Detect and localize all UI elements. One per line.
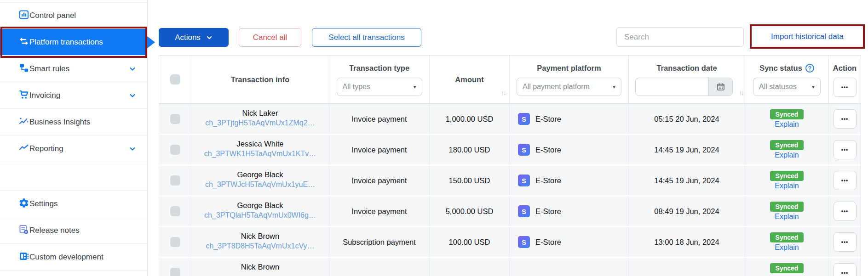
row-checkbox[interactable] [170, 145, 180, 155]
header-cell-transaction-type: Transaction type All types ▾ [329, 56, 430, 103]
cell-transaction-date: 08:49 19 Jun, 2024 [629, 197, 745, 226]
cell-transaction-info: George Black ch_3PTQlaH5TaAqVmUx0WI6g… [191, 197, 329, 226]
invoicing-cart-icon [18, 89, 29, 102]
platform-name: E-Store [535, 115, 561, 124]
cell-payment-platform: S E-Store [510, 166, 629, 195]
row-checkbox[interactable] [170, 268, 180, 276]
chevron-down-icon [206, 34, 213, 41]
cell-sync-status: Synced [745, 258, 829, 276]
chevron-down-icon [129, 92, 136, 99]
column-label: Action [833, 64, 857, 73]
row-actions-button[interactable]: ••• [834, 263, 857, 276]
cell-transaction-type: Subscription payment [329, 227, 430, 257]
cell-select [159, 166, 191, 195]
sort-icon[interactable]: ↑↓ [739, 89, 743, 96]
customer-name: Jessica White [237, 140, 284, 148]
transaction-id-link[interactable]: ch_3PT8D8H5TaAqVmUx1cVy… [206, 242, 315, 250]
chevron-down-icon [129, 65, 136, 73]
platform-transactions-page: Control panel Platform transactions Smar… [0, 0, 868, 276]
cell-select [159, 258, 191, 276]
actions-button[interactable]: Actions [159, 28, 229, 47]
status-badge: Synced [770, 171, 804, 181]
e-store-icon: S [518, 205, 530, 217]
cell-sync-status: Synced Explain [745, 197, 829, 226]
row-checkbox[interactable] [170, 206, 180, 216]
transaction-id-link[interactable]: ch_3PTWK1H5TaAqVmUx1KTv… [204, 150, 316, 158]
sidebar-item-reporting[interactable]: Reporting [0, 135, 147, 162]
help-icon[interactable]: ? [805, 64, 814, 73]
search-input[interactable] [616, 27, 744, 47]
cell-action: ••• [829, 197, 861, 226]
row-actions-button[interactable]: ••• [834, 171, 857, 190]
explain-link[interactable]: Explain [775, 182, 799, 190]
customer-name: Nick Brown [241, 263, 279, 271]
row-actions-button[interactable]: ••• [834, 202, 857, 221]
cell-select [159, 197, 191, 226]
sidebar-item-release-notes[interactable]: Release notes [0, 217, 147, 244]
cell-amount: 1,000.00 USD [430, 104, 510, 134]
cancel-all-button[interactable]: Cancel all [239, 28, 301, 47]
e-store-icon: S [518, 236, 530, 248]
cell-payment-platform: S E-Store [510, 227, 629, 257]
row-checkbox[interactable] [170, 237, 180, 247]
column-actions-button[interactable]: ••• [834, 78, 857, 97]
cell-sync-status: Synced Explain [745, 227, 829, 257]
column-label: Sync status ? [759, 64, 814, 73]
transaction-id-link[interactable]: ch_3PTQlaH5TaAqVmUx0WI6g… [204, 211, 316, 220]
sort-icon[interactable]: ↑↓ [501, 89, 505, 96]
import-historical-data-link[interactable]: Import historical data [771, 32, 844, 41]
selected-value: All types [343, 83, 370, 91]
sidebar-item-label: Invoicing [29, 91, 60, 100]
cell-transaction-type: Invoice payment [329, 104, 430, 134]
cell-transaction-info: Nick Brown [191, 258, 329, 276]
e-store-icon: S [518, 113, 530, 125]
cell-amount: 150.00 USD [430, 166, 510, 195]
row-actions-button[interactable]: ••• [834, 109, 857, 129]
row-checkbox[interactable] [170, 175, 180, 186]
transactions-icon [18, 36, 29, 49]
transaction-id-link[interactable]: ch_3PTjtgH5TaAqVmUx1ZMq2… [205, 119, 315, 127]
sidebar-item-custom-development[interactable]: Custom development [0, 244, 147, 270]
explain-link[interactable]: Explain [775, 151, 799, 159]
cell-select [159, 135, 191, 164]
sidebar-item-control-panel[interactable]: Control panel [0, 2, 147, 29]
sidebar-item-smart-rules[interactable]: Smart rules [0, 56, 147, 82]
cell-transaction-info: George Black ch_3PTWJcH5TaAqVmUx1yuE… [191, 166, 329, 195]
date-input[interactable] [636, 78, 708, 96]
column-label: Transaction type [349, 64, 409, 73]
transaction-type-filter[interactable]: All types ▾ [337, 78, 422, 96]
sidebar-item-business-insights[interactable]: Business Insights [0, 109, 147, 135]
sidebar-spacer [0, 162, 147, 191]
cell-payment-platform [510, 258, 629, 276]
explain-link[interactable]: Explain [775, 243, 799, 252]
payment-platform-filter[interactable]: All payment platform ▾ [517, 78, 621, 96]
explain-link[interactable]: Explain [775, 213, 799, 221]
cell-select [159, 104, 191, 134]
select-all-checkbox[interactable] [170, 74, 180, 84]
reporting-icon [18, 142, 29, 155]
sidebar-item-label: Settings [29, 199, 57, 208]
calendar-button[interactable] [708, 78, 732, 96]
sidebar: Control panel Platform transactions Smar… [0, 0, 148, 276]
platform-name: E-Store [535, 176, 561, 185]
row-checkbox[interactable] [170, 114, 180, 124]
header-cell-action: Action ••• [829, 56, 861, 103]
header-cell-transaction-date: Transaction date ↑↓ [629, 56, 745, 103]
sidebar-item-invoicing[interactable]: Invoicing [0, 82, 147, 109]
row-actions-button[interactable]: ••• [834, 232, 857, 252]
transaction-id-link[interactable]: ch_3PTWJcH5TaAqVmUx1yuE… [205, 180, 315, 189]
row-actions-button[interactable]: ••• [834, 140, 857, 159]
calendar-icon [716, 82, 725, 91]
control-panel-icon [18, 9, 29, 22]
customer-name: Nick Laker [242, 109, 278, 118]
cell-amount: 5,000.00 USD [430, 197, 510, 226]
sidebar-item-settings[interactable]: Settings [0, 191, 147, 217]
sync-status-filter[interactable]: All statuses ▾ [753, 78, 821, 96]
cell-transaction-date: 13:00 18 Jun, 2024 [629, 227, 745, 257]
cell-sync-status: Synced Explain [745, 104, 829, 134]
sidebar-item-platform-transactions[interactable]: Platform transactions [0, 29, 147, 56]
cell-action: ••• [829, 135, 861, 164]
table-row: Jessica White ch_3PTWK1H5TaAqVmUx1KTv… I… [159, 135, 861, 166]
explain-link[interactable]: Explain [775, 120, 799, 129]
select-all-transactions-button[interactable]: Select all transactions [312, 28, 421, 47]
